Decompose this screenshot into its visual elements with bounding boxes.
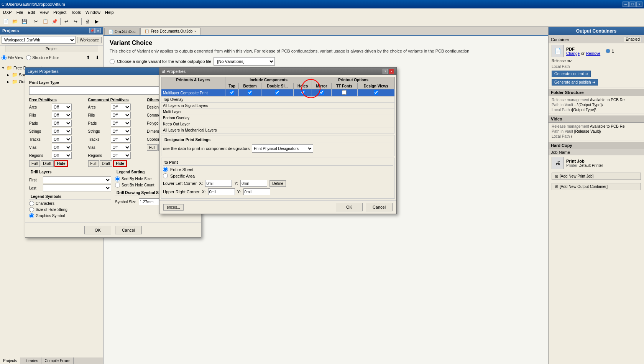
panel-pin-btn[interactable]: 📌 <box>89 28 95 33</box>
menu-project[interactable]: Project <box>51 9 69 15</box>
table-row-top-overlay[interactable]: Top Overlay <box>161 97 395 103</box>
menu-window[interactable]: Window <box>83 9 103 15</box>
legend-size-radio[interactable]: Size of Hole String <box>29 207 111 212</box>
upper-right-x[interactable] <box>208 188 235 195</box>
close-app-btn[interactable]: × <box>636 2 642 7</box>
undo-btn[interactable]: ↩ <box>62 17 71 26</box>
multilayer-mirror[interactable] <box>312 89 331 97</box>
lower-left-x[interactable] <box>205 180 232 187</box>
file-view-radio[interactable]: File View <box>2 55 23 60</box>
free-hide-btn[interactable]: Hide <box>54 160 68 167</box>
generate-content-btn[interactable]: Generate content ➜ <box>552 71 591 77</box>
cut-btn[interactable]: ✂ <box>32 17 40 26</box>
output-ok-btn[interactable]: OK <box>336 203 363 211</box>
menu-help[interactable]: Help <box>103 9 116 15</box>
designator-dropdown[interactable]: Print Physical Designators <box>252 144 313 153</box>
drill-first-dropdown[interactable] <box>43 176 111 183</box>
paste-btn[interactable]: 📌 <box>50 17 59 26</box>
structure-editor-radio[interactable]: Structure Editor <box>26 55 59 60</box>
table-row-all-signal[interactable]: All Layers in Signal Layers <box>161 103 395 109</box>
minimize-btn[interactable]: ─ <box>623 2 629 7</box>
add-print-job-btn[interactable]: ⊞ [Add New Print Job] <box>552 173 641 180</box>
change-link[interactable]: Change <box>566 51 580 56</box>
advanced-btn[interactable]: ences... <box>163 204 184 211</box>
view-down-btn[interactable]: ⬇ <box>93 53 102 62</box>
multilayer-ttfonts[interactable] <box>331 89 357 97</box>
multilayer-designviews[interactable] <box>357 89 394 97</box>
layer-props-cancel-btn[interactable]: Cancel <box>115 226 142 234</box>
free-arcs-dropdown[interactable]: Off <box>52 104 72 110</box>
new-btn[interactable]: 📄 <box>2 17 10 26</box>
layer-props-ok-btn[interactable]: OK <box>84 226 111 234</box>
comp-arcs-dropdown[interactable]: Off <box>111 104 131 110</box>
tab-ora-sch[interactable]: 📄 Ora.SchDoc <box>104 28 140 35</box>
table-row-multilayer[interactable]: Multilayer Composite Print <box>161 89 395 97</box>
menu-tools[interactable]: Tools <box>69 9 83 15</box>
remove-link[interactable]: Remove <box>586 51 600 56</box>
tab-compile-errors[interactable]: Compile Errors <box>41 357 74 364</box>
variant-dropdown[interactable]: [No Variations] <box>214 57 275 66</box>
output-cancel-btn[interactable]: Cancel <box>366 203 393 211</box>
multilayer-bottom[interactable] <box>239 89 261 97</box>
menu-view[interactable]: View <box>37 9 51 15</box>
specific-area-radio[interactable] <box>163 173 168 178</box>
comp-full-btn[interactable]: Full <box>88 160 99 167</box>
tab-outjob-close[interactable]: × <box>194 30 196 33</box>
panel-close-btn[interactable]: × <box>95 28 101 33</box>
table-row-keep-out[interactable]: Keep Out Layer <box>161 121 395 127</box>
output-props-help-btn[interactable]: ? <box>383 69 388 74</box>
tab-projects[interactable]: Projects <box>0 357 20 364</box>
table-row-multi-layer[interactable]: Multi Layer <box>161 109 395 115</box>
add-container-btn[interactable]: ⊞ [Add New Output Container] <box>552 183 641 190</box>
menu-dxp[interactable]: DXP <box>1 9 14 15</box>
comp-hide-btn[interactable]: Hide <box>113 160 127 167</box>
project-button[interactable]: Project <box>5 46 98 52</box>
comp-pads-dropdown[interactable]: Off <box>111 120 131 127</box>
comp-regions-dropdown[interactable]: Off <box>111 152 131 159</box>
upper-right-y[interactable] <box>243 188 270 195</box>
comp-tracks-dropdown[interactable]: Off <box>111 136 131 143</box>
multilayer-holes[interactable] <box>294 89 312 97</box>
generate-publish-btn[interactable]: Generate and publish ➜ <box>552 79 598 86</box>
workspace-dropdown[interactable]: Workspace1.DsnWrk <box>2 36 76 44</box>
drill-last-dropdown[interactable] <box>43 184 111 191</box>
variant-radio1[interactable] <box>110 59 115 64</box>
free-regions-dropdown[interactable]: Off <box>52 152 72 159</box>
symbol-size-input[interactable] <box>139 198 162 205</box>
multilayer-double[interactable] <box>261 89 293 97</box>
free-tracks-dropdown[interactable]: Off <box>52 136 72 143</box>
free-draft-btn[interactable]: Draft <box>41 160 54 167</box>
comp-strings-dropdown[interactable]: Off <box>111 128 131 135</box>
comp-vias-dropdown[interactable]: Off <box>111 144 131 151</box>
free-fills-dropdown[interactable]: Off <box>52 112 72 119</box>
define-btn[interactable]: Define <box>269 180 286 187</box>
others-full-btn[interactable]: Full <box>147 144 158 151</box>
menu-file[interactable]: File <box>14 9 26 15</box>
open-btn[interactable]: 📂 <box>11 17 19 26</box>
comp-fills-dropdown[interactable]: Off <box>111 112 131 119</box>
tab-free-docs-outjob[interactable]: 📋 Free Documents.OutJob × <box>140 28 200 35</box>
view-up-btn[interactable]: ⬆ <box>84 53 92 62</box>
save-btn[interactable]: 💾 <box>20 17 28 26</box>
free-pads-dropdown[interactable]: Off <box>52 120 72 127</box>
free-strings-dropdown[interactable]: Off <box>52 128 72 135</box>
multilayer-top[interactable] <box>225 89 239 97</box>
free-full-btn[interactable]: Full <box>29 160 40 167</box>
workspace-button[interactable]: Workspace <box>77 37 102 43</box>
legend-characters-radio[interactable]: Characters <box>29 201 111 206</box>
entire-sheet-radio[interactable] <box>163 167 168 172</box>
legend-graphics-radio[interactable]: Graphics Symbol <box>29 213 111 218</box>
copy-btn[interactable]: 📋 <box>41 17 49 26</box>
output-props-close-btn[interactable]: × <box>389 69 394 74</box>
redo-btn[interactable]: ↪ <box>71 17 80 26</box>
tab-libraries[interactable]: Libraries <box>20 357 41 364</box>
table-row-bottom-overlay[interactable]: Bottom Overlay <box>161 115 395 121</box>
lower-left-y[interactable] <box>240 180 267 187</box>
table-row-mechanical[interactable]: All Layers in Mechanical Layers <box>161 127 395 133</box>
comp-draft-btn[interactable]: Draft <box>100 160 113 167</box>
free-vias-dropdown[interactable]: Off <box>52 144 72 151</box>
menu-edit[interactable]: Edit <box>25 9 37 15</box>
print-btn[interactable]: 🖨 <box>83 17 92 26</box>
maximize-btn[interactable]: □ <box>629 2 636 7</box>
run-btn[interactable]: ▶ <box>92 17 101 26</box>
